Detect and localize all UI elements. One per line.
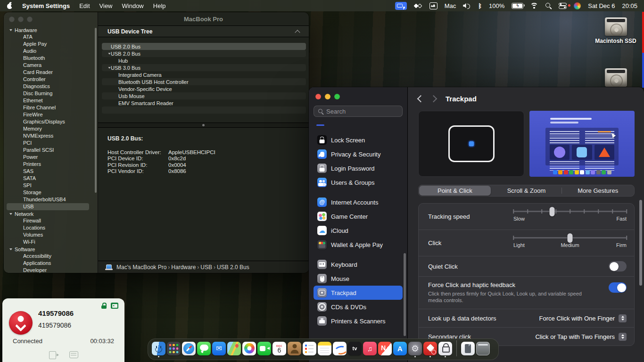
tab-more-gestures[interactable]: More Gestures: [562, 186, 634, 196]
dock-item-reminders[interactable]: [302, 342, 317, 357]
dock-item-finder[interactable]: [151, 342, 166, 357]
dock-item-documents[interactable]: [461, 342, 475, 357]
sidebar-scrollbar[interactable]: [95, 28, 97, 193]
tree-row-vendor-specific-device[interactable]: Vendor-Specific Device: [102, 85, 306, 92]
toggle-quiet-click[interactable]: [609, 261, 627, 272]
usb-device-tree-header[interactable]: USB Device Tree: [98, 25, 309, 37]
sidebar-item-card-reader[interactable]: Card Reader: [7, 69, 89, 76]
menubar-date[interactable]: Sat Dec 6: [588, 2, 615, 9]
sidebar-section-network[interactable]: Network: [4, 210, 98, 217]
menu-window[interactable]: Window: [122, 2, 144, 9]
select-look-up-data-detectors[interactable]: Force Click with One Finger: [539, 314, 627, 322]
sidebar-item-applications[interactable]: Applications: [7, 260, 89, 267]
sidebar-item-ata[interactable]: ATA: [7, 33, 89, 41]
sidebar-item-usb[interactable]: USB: [7, 203, 89, 210]
dock-item-news[interactable]: [378, 342, 392, 357]
sidebar-item-apple-pay[interactable]: Apple Pay: [7, 41, 89, 48]
sidebar-item-controller[interactable]: Controller: [7, 76, 89, 83]
screen-sharing-icon[interactable]: [395, 2, 407, 10]
close-button[interactable]: [315, 94, 321, 99]
sidebar-item-locations[interactable]: Locations: [7, 224, 89, 231]
sidebar-item-camera[interactable]: Camera: [7, 62, 89, 69]
dock-item-app-store[interactable]: [393, 342, 407, 357]
dock-item-mail[interactable]: [212, 342, 226, 357]
stepper-icon[interactable]: [619, 333, 627, 341]
dock-item-device-utility[interactable]: [438, 342, 453, 357]
battery-percent[interactable]: 100%: [489, 2, 504, 9]
tree-row-hub[interactable]: Hub: [102, 57, 306, 64]
spotlight-search-icon[interactable]: [545, 2, 552, 9]
sidebar-item-diagnostics[interactable]: Diagnostics: [7, 83, 89, 90]
sidebar-item-wi-fi[interactable]: Wi-Fi: [7, 239, 89, 246]
dock-item-calendar[interactable]: DEC6: [272, 342, 287, 357]
sidebar-item-cds-dvds[interactable]: CDs & DVDs: [314, 300, 403, 314]
sidebar-item-power[interactable]: Power: [7, 154, 89, 161]
wifi-icon[interactable]: [530, 3, 538, 8]
tree-row-item[interactable]: [102, 107, 306, 114]
slider-thumb[interactable]: [568, 233, 573, 243]
dock-item-music[interactable]: [363, 342, 377, 357]
apple-menu-icon[interactable]: [7, 2, 13, 9]
slider-track[interactable]: [513, 237, 627, 239]
sidebar-item-thunderbolt-usb4[interactable]: Thunderbolt/USB4: [7, 196, 89, 203]
device-name[interactable]: Mac: [445, 2, 456, 9]
minimize-button[interactable]: [325, 94, 330, 99]
sidebar-item-icloud[interactable]: iCloud: [314, 223, 403, 238]
dock-item-photos[interactable]: [242, 342, 256, 357]
file-transfer-icon[interactable]: [49, 351, 56, 359]
dock-item-system-settings[interactable]: [408, 342, 422, 357]
sidebar-item-trackpad[interactable]: Trackpad: [314, 286, 403, 300]
sidebar-item-firewall[interactable]: Firewall: [7, 217, 89, 224]
tree-row-bluetooth-usb-host-controller[interactable]: Bluetooth USB Host Controller: [102, 78, 306, 85]
desktop-volume-secondary[interactable]: [594, 68, 637, 87]
dock-item-notes[interactable]: [317, 342, 332, 357]
sidebar-item-developer[interactable]: Developer: [7, 267, 89, 273]
slider-tracking-speed[interactable]: SlowFast: [513, 211, 627, 222]
zoom-button[interactable]: [334, 94, 340, 99]
battery-icon[interactable]: [512, 3, 523, 9]
tree-row-usb-mouse[interactable]: Usb Mouse: [102, 92, 306, 99]
sidebar-item-volumes[interactable]: Volumes: [7, 231, 89, 239]
color-swirl-icon[interactable]: [574, 2, 581, 9]
sidebar-section-software[interactable]: Software: [4, 246, 98, 253]
close-button[interactable]: [9, 16, 15, 22]
pane-splitter[interactable]: [98, 123, 309, 128]
toggle-force-click-and-haptic-feedback[interactable]: [609, 282, 627, 293]
breadcrumb-part-hardware[interactable]: Hardware: [171, 264, 196, 271]
sidebar-scrollbar[interactable]: [404, 253, 406, 336]
sidebar-item-memory[interactable]: Memory: [7, 125, 89, 132]
sidebar-item-ethernet[interactable]: Ethernet: [7, 97, 89, 104]
sidebar-section-hardware[interactable]: Hardware: [4, 26, 98, 33]
sidebar-item-lock-screen[interactable]: Lock Screen: [314, 133, 403, 147]
volume-icon[interactable]: [463, 3, 471, 8]
sidebar-item-bluetooth[interactable]: Bluetooth: [7, 55, 89, 62]
tree-row-usb-3-0-bus[interactable]: USB 3.0 Bus: [102, 64, 306, 71]
slider-track[interactable]: [513, 211, 627, 212]
sidebar-item-accessibility[interactable]: Accessibility: [7, 253, 89, 260]
back-button[interactable]: [417, 95, 425, 102]
sidebar-item-wallet-apple-pay[interactable]: Wallet & Apple Pay: [314, 238, 403, 252]
search-input[interactable]: Search: [314, 106, 403, 117]
sidebar-item-spi[interactable]: SPI: [7, 182, 89, 189]
menu-help[interactable]: Help: [153, 2, 166, 9]
tab-scroll-zoom[interactable]: Scroll & Zoom: [491, 186, 562, 196]
dock-item-facetime[interactable]: [257, 342, 272, 357]
dock-item-anydesk[interactable]: [423, 342, 438, 357]
menu-view[interactable]: View: [99, 2, 113, 9]
tree-row-usb-2-0-bus[interactable]: USB 2.0 Bus: [102, 50, 306, 57]
bluetooth-icon[interactable]: [478, 2, 482, 9]
breadcrumb-part-mac-s-macbook-pro[interactable]: Mac's MacBook Pro: [116, 264, 166, 271]
sidebar-item-mouse[interactable]: Mouse: [314, 272, 403, 286]
minimize-button[interactable]: [18, 16, 24, 22]
menubar-clock[interactable]: 20:05: [622, 2, 637, 9]
breadcrumb-part-usb-2-0-bus[interactable]: USB 2.0 Bus: [217, 264, 249, 271]
chat-icon[interactable]: [69, 351, 78, 358]
sidebar-item-parallel-scsi[interactable]: Parallel SCSI: [7, 147, 89, 154]
tree-row-integrated-camera[interactable]: Integrated Camera: [102, 71, 306, 78]
sidebar-item-privacy-security[interactable]: Privacy & Security: [314, 147, 403, 161]
menu-app-name[interactable]: System Settings: [22, 2, 70, 9]
dock-item-trash[interactable]: [476, 342, 490, 357]
sidebar-item-disc-burning[interactable]: Disc Burning: [7, 90, 89, 97]
dock-item-launchpad[interactable]: [166, 342, 181, 357]
forward-button[interactable]: [430, 95, 438, 102]
